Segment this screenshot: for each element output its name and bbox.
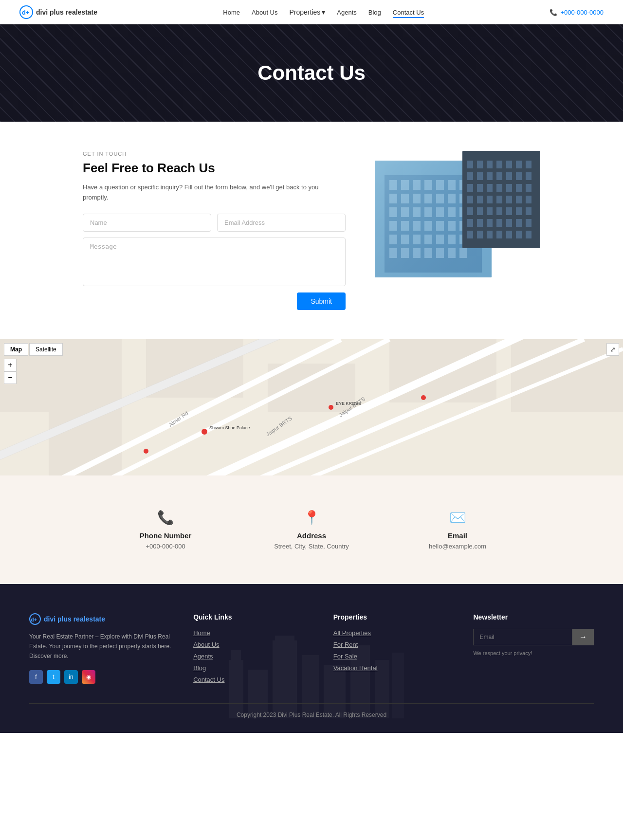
email-label: Email: [448, 531, 467, 540]
svg-rect-54: [526, 161, 531, 168]
footer-properties-col: Properties All Properties For Rent For S…: [333, 613, 454, 684]
zoom-out-button[interactable]: −: [4, 371, 17, 384]
nav-agents[interactable]: Agents: [337, 9, 356, 16]
contact-form: Submit: [83, 214, 346, 310]
properties-title: Properties: [333, 613, 454, 621]
hero-section: Contact Us: [0, 24, 623, 122]
svg-rect-49: [477, 161, 483, 168]
svg-rect-80: [506, 207, 512, 215]
svg-rect-81: [516, 207, 522, 215]
svg-rect-48: [467, 161, 473, 168]
address-label: Address: [297, 531, 326, 540]
footer-logo-text: divi plus realestate: [44, 615, 105, 623]
footer-link-agents[interactable]: Agents: [193, 653, 213, 660]
footer-link-blog[interactable]: Blog: [193, 664, 206, 672]
name-input[interactable]: [83, 214, 211, 232]
footer-for-rent[interactable]: For Rent: [333, 641, 358, 648]
footer-brand-col: d+ divi plus realestate Your Real Estate…: [29, 613, 174, 684]
map-fullscreen-button[interactable]: ⤢: [606, 343, 619, 356]
footer: d+ divi plus realestate Your Real Estate…: [0, 584, 623, 733]
phone-icon: 📞: [157, 510, 174, 526]
phone-number: 📞 +000-000-0000: [550, 9, 604, 16]
map-tabs: Map Satellite: [4, 343, 63, 356]
newsletter-title: Newsletter: [473, 613, 594, 621]
svg-rect-70: [477, 196, 483, 203]
info-address-box: 📍 Address Street, City, State, Country: [238, 500, 385, 560]
building-image-secondary: [462, 151, 540, 248]
svg-point-114: [202, 429, 207, 435]
svg-rect-87: [506, 219, 512, 227]
svg-rect-52: [506, 161, 512, 168]
svg-rect-74: [516, 196, 522, 203]
svg-rect-95: [516, 231, 522, 238]
message-input[interactable]: [83, 237, 346, 286]
svg-rect-58: [496, 172, 502, 180]
svg-rect-67: [516, 184, 522, 192]
chevron-down-icon: ▾: [322, 8, 325, 16]
submit-button[interactable]: Submit: [297, 292, 346, 310]
nav-properties[interactable]: Properties ▾: [290, 8, 326, 16]
contact-section: GET IN TOUCH Feel Free to Reach Us Have …: [44, 122, 579, 339]
nav-about[interactable]: About Us: [252, 9, 277, 16]
footer-vacation-rental[interactable]: Vacation Rental: [333, 664, 378, 672]
svg-rect-69: [467, 196, 473, 203]
svg-rect-75: [526, 196, 531, 203]
map-tab-map[interactable]: Map: [4, 343, 28, 356]
form-submit-row: Submit: [83, 292, 346, 310]
svg-text:Shivam Shoe Palace: Shivam Shoe Palace: [209, 425, 250, 430]
form-row-name-email: [83, 214, 346, 232]
svg-rect-65: [496, 184, 502, 192]
svg-rect-94: [506, 231, 512, 238]
svg-rect-61: [526, 172, 531, 180]
nav-home[interactable]: Home: [223, 9, 240, 16]
footer-social: f t in ◉: [29, 670, 174, 684]
footer-quick-links-col: Quick Links Home About Us Agents Blog Co…: [193, 613, 314, 684]
contact-form-side: GET IN TOUCH Feel Free to Reach Us Have …: [83, 151, 346, 310]
svg-rect-51: [496, 161, 502, 168]
nav-blog[interactable]: Blog: [368, 9, 381, 16]
svg-rect-56: [477, 172, 483, 180]
facebook-button[interactable]: f: [29, 670, 43, 684]
phone-icon: 📞: [550, 9, 557, 16]
svg-rect-63: [477, 184, 483, 192]
footer-for-sale[interactable]: For Sale: [333, 653, 357, 660]
footer-logo-icon: d+: [29, 613, 41, 625]
footer-all-properties[interactable]: All Properties: [333, 629, 371, 637]
instagram-button[interactable]: ◉: [82, 670, 95, 684]
svg-rect-57: [487, 172, 493, 180]
newsletter-email-input[interactable]: [473, 629, 572, 645]
svg-rect-90: [467, 231, 473, 238]
svg-rect-84: [477, 219, 483, 227]
svg-rect-78: [487, 207, 493, 215]
logo[interactable]: d+ divi plus realestate: [19, 5, 97, 19]
linkedin-button[interactable]: in: [64, 670, 78, 684]
svg-point-115: [329, 405, 333, 410]
newsletter-input-row: →: [473, 629, 594, 645]
twitter-button[interactable]: t: [47, 670, 60, 684]
svg-rect-62: [467, 184, 473, 192]
nav-contact[interactable]: Contact Us: [393, 9, 424, 18]
svg-rect-66: [506, 184, 512, 192]
newsletter-submit-button[interactable]: →: [572, 629, 594, 645]
nav-links: Home About Us Properties ▾ Agents Blog C…: [223, 8, 424, 16]
footer-link-contact[interactable]: Contact Us: [193, 676, 224, 683]
location-icon: 📍: [303, 510, 320, 526]
quick-links-list: Home About Us Agents Blog Contact Us: [193, 629, 314, 683]
footer-link-about[interactable]: About Us: [193, 641, 219, 648]
footer-link-home[interactable]: Home: [193, 629, 210, 637]
zoom-in-button[interactable]: +: [4, 359, 17, 371]
svg-rect-59: [506, 172, 512, 180]
svg-rect-88: [516, 219, 522, 227]
map-tab-satellite[interactable]: Satellite: [29, 343, 63, 356]
svg-rect-60: [516, 172, 522, 180]
email-input[interactable]: [217, 214, 346, 232]
email-icon: ✉️: [449, 510, 466, 526]
footer-content: d+ divi plus realestate Your Real Estate…: [29, 613, 594, 684]
contact-image-side: [375, 151, 540, 287]
svg-rect-55: [467, 172, 473, 180]
footer-logo: d+ divi plus realestate: [29, 613, 174, 625]
svg-rect-86: [496, 219, 502, 227]
info-phone-box: 📞 Phone Number +000-000-000: [92, 500, 238, 560]
svg-rect-71: [487, 196, 493, 203]
svg-rect-72: [496, 196, 502, 203]
